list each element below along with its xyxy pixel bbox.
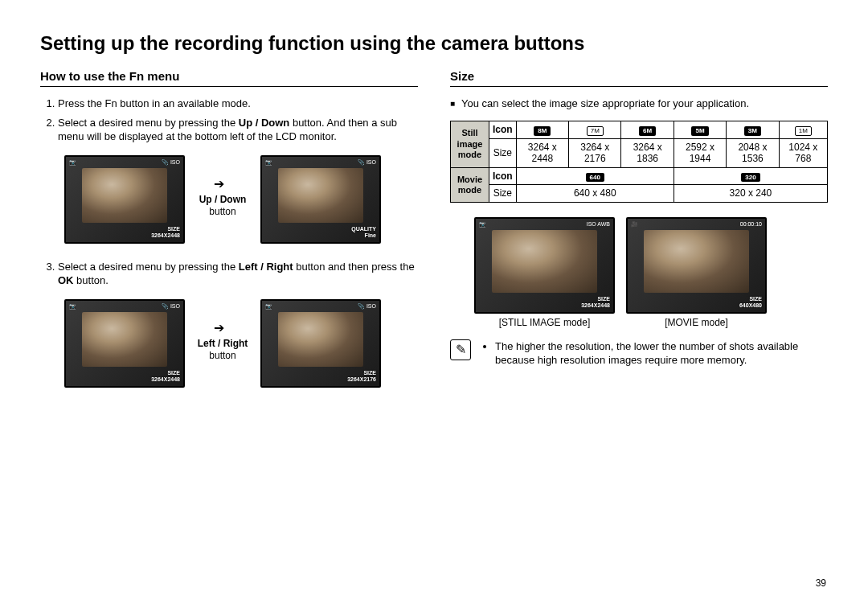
leftright-illustration: 📷📎 ISO SIZE3264X2448 Left / Right button… bbox=[64, 299, 418, 388]
still-size-4: 2048 x 1536 bbox=[727, 138, 779, 167]
size-icon-3m: 3M bbox=[744, 126, 761, 136]
icon-label: Icon bbox=[489, 121, 517, 138]
still-mode-caption: [STILL IMAGE mode] bbox=[474, 317, 615, 328]
size-icon-8m: 8M bbox=[534, 126, 551, 136]
still-size-5: 1024 x 768 bbox=[779, 138, 827, 167]
arrow-right-icon bbox=[214, 325, 231, 335]
icon-label-movie: Icon bbox=[489, 167, 517, 185]
movie-icon-640: 640 bbox=[586, 173, 604, 183]
size-icon-1m: 1M bbox=[795, 126, 812, 136]
movie-icon-320: 320 bbox=[741, 173, 760, 183]
still-size-0: 3264 x 2448 bbox=[516, 138, 568, 167]
lcd-preview-2: 📷📎 ISO QUALITYFine bbox=[260, 155, 381, 244]
still-mode-preview: 📷ISO AWB SIZE3264X2448 bbox=[474, 217, 615, 314]
size-icon-6m: 6M bbox=[639, 126, 656, 136]
lcd-preview-4: 📷📎 ISO SIZE3264X2176 bbox=[260, 299, 381, 388]
still-mode-header: Still image mode bbox=[451, 121, 489, 167]
square-bullet-icon: ■ bbox=[450, 98, 455, 111]
fn-steps-cont: Select a desired menu by pressing the Le… bbox=[40, 260, 418, 288]
left-column: How to use the Fn menu Press the Fn butt… bbox=[40, 69, 418, 404]
movie-size-1: 320 x 240 bbox=[674, 185, 827, 202]
movie-mode-preview: 🎥00:00:10 SIZE640X480 bbox=[626, 217, 767, 314]
lcd-preview-1: 📷📎 ISO SIZE3264X2448 bbox=[64, 155, 185, 244]
fn-menu-heading: How to use the Fn menu bbox=[40, 69, 418, 87]
fn-steps: Press the Fn button in an available mode… bbox=[40, 97, 418, 144]
step-2: Select a desired menu by pressing the Up… bbox=[58, 116, 418, 144]
page-number: 39 bbox=[816, 577, 826, 589]
leftright-label: Left / Right button bbox=[194, 325, 251, 362]
mode-previews: 📷ISO AWB SIZE3264X2448 [STILL IMAGE mode… bbox=[474, 217, 828, 328]
size-table: Still image mode Icon 8M 7M 6M 5M 3M 1M … bbox=[450, 121, 828, 203]
page-title: Setting up the recording function using … bbox=[40, 32, 828, 55]
size-heading: Size bbox=[450, 69, 828, 87]
note-box: ✎ The higher the resolution, the lower t… bbox=[450, 339, 828, 368]
size-icon-7m: 7M bbox=[587, 126, 604, 136]
right-column: Size ■ You can select the image size app… bbox=[450, 69, 828, 404]
step-3: Select a desired menu by pressing the Le… bbox=[58, 260, 418, 288]
movie-mode-caption: [MOVIE mode] bbox=[626, 317, 767, 328]
note-icon: ✎ bbox=[450, 339, 471, 360]
size-icon-5m: 5M bbox=[691, 126, 708, 136]
still-size-2: 3264 x 1836 bbox=[621, 138, 674, 167]
updown-illustration: 📷📎 ISO SIZE3264X2448 Up / Down button 📷📎… bbox=[64, 155, 418, 244]
arrow-right-icon bbox=[214, 181, 231, 191]
size-label-movie: Size bbox=[489, 185, 517, 202]
movie-mode-header: Movie mode bbox=[451, 167, 489, 202]
lcd-preview-3: 📷📎 ISO SIZE3264X2448 bbox=[64, 299, 185, 388]
still-size-3: 2592 x 1944 bbox=[674, 138, 726, 167]
step-1: Press the Fn button in an available mode… bbox=[58, 97, 418, 111]
movie-size-0: 640 x 480 bbox=[516, 185, 674, 202]
size-label: Size bbox=[489, 138, 517, 167]
note-text: The higher the resolution, the lower the… bbox=[495, 339, 828, 368]
updown-label: Up / Down button bbox=[194, 181, 251, 218]
size-intro: ■ You can select the image size appropri… bbox=[450, 97, 828, 111]
still-size-1: 3264 x 2176 bbox=[569, 138, 621, 167]
